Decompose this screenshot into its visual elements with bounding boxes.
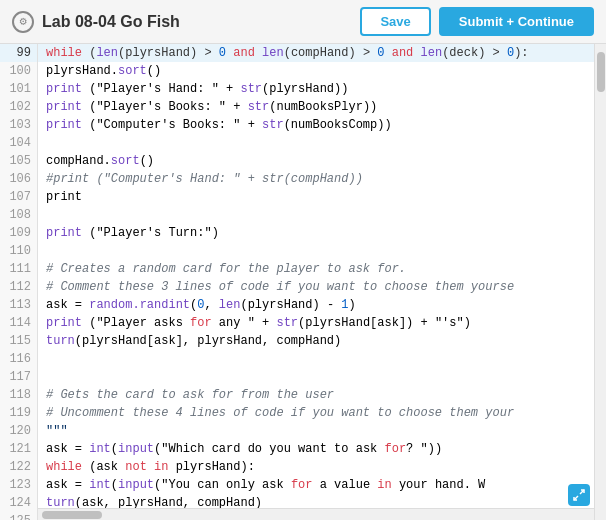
code-line (38, 368, 594, 386)
line-number: 102 (0, 98, 37, 116)
gear-icon[interactable]: ⚙ (12, 11, 34, 33)
code-line: ask = int(input("Which card do you want … (38, 440, 594, 458)
code-line: #print ("Computer's Hand: " + str(compHa… (38, 170, 594, 188)
line-number: 123 (0, 476, 37, 494)
page-title: Lab 08-04 Go Fish (42, 13, 180, 31)
save-button[interactable]: Save (360, 7, 430, 36)
scrollbar-thumb-v[interactable] (597, 52, 605, 92)
code-line: """ (38, 422, 594, 440)
line-number: 115 (0, 332, 37, 350)
line-number: 103 (0, 116, 37, 134)
submit-continue-button[interactable]: Submit + Continue (439, 7, 594, 36)
code-area: 9910010110210310410510610710810911011111… (0, 44, 606, 520)
line-number: 124 (0, 494, 37, 512)
line-number: 108 (0, 206, 37, 224)
line-numbers: 9910010110210310410510610710810911011111… (0, 44, 38, 520)
line-number: 122 (0, 458, 37, 476)
line-number: 104 (0, 134, 37, 152)
line-number: 110 (0, 242, 37, 260)
code-line (38, 242, 594, 260)
expand-icon[interactable] (568, 484, 590, 506)
code-line: print ("Player's Books: " + str(numBooks… (38, 98, 594, 116)
line-number: 112 (0, 278, 37, 296)
line-number: 111 (0, 260, 37, 278)
line-number: 118 (0, 386, 37, 404)
code-line (38, 206, 594, 224)
code-line: print ("Computer's Books: " + str(numBoo… (38, 116, 594, 134)
code-line: while (ask not in plyrsHand): (38, 458, 594, 476)
line-number: 121 (0, 440, 37, 458)
code-line: plyrsHand.sort() (38, 62, 594, 80)
line-number: 117 (0, 368, 37, 386)
code-line: print (38, 188, 594, 206)
line-number: 120 (0, 422, 37, 440)
line-number: 106 (0, 170, 37, 188)
code-line: # Uncomment these 4 lines of code if you… (38, 404, 594, 422)
code-line: print ("Player's Turn:") (38, 224, 594, 242)
code-line: # Gets the card to ask for from the user (38, 386, 594, 404)
line-number: 107 (0, 188, 37, 206)
code-content[interactable]: while (len(plyrsHand) > 0 and len(compHa… (38, 44, 594, 520)
line-number: 125 (0, 512, 37, 520)
header-buttons: Save Submit + Continue (360, 7, 594, 36)
scrollbar-thumb-h[interactable] (42, 511, 102, 519)
line-number: 100 (0, 62, 37, 80)
code-line: ask = random.randint(0, len(plyrsHand) -… (38, 296, 594, 314)
code-line: # Comment these 3 lines of code if you w… (38, 278, 594, 296)
code-line: ask = int(input("You can only ask for a … (38, 476, 594, 494)
header-left: ⚙ Lab 08-04 Go Fish (12, 11, 180, 33)
line-number: 101 (0, 80, 37, 98)
line-number: 116 (0, 350, 37, 368)
header: ⚙ Lab 08-04 Go Fish Save Submit + Contin… (0, 0, 606, 44)
horizontal-scrollbar[interactable] (38, 508, 594, 520)
line-number: 114 (0, 314, 37, 332)
code-line (38, 134, 594, 152)
line-number: 105 (0, 152, 37, 170)
line-number: 109 (0, 224, 37, 242)
code-line: # Creates a random card for the player t… (38, 260, 594, 278)
vertical-scrollbar[interactable] (594, 44, 606, 520)
code-line: while (len(plyrsHand) > 0 and len(compHa… (38, 44, 594, 62)
code-line (38, 350, 594, 368)
code-line: print ("Player asks for any " + str(plyr… (38, 314, 594, 332)
line-number: 113 (0, 296, 37, 314)
line-number: 99 (0, 44, 37, 62)
code-line: compHand.sort() (38, 152, 594, 170)
code-line: print ("Player's Hand: " + str(plyrsHand… (38, 80, 594, 98)
line-number: 119 (0, 404, 37, 422)
code-line: turn(plyrsHand[ask], plyrsHand, compHand… (38, 332, 594, 350)
